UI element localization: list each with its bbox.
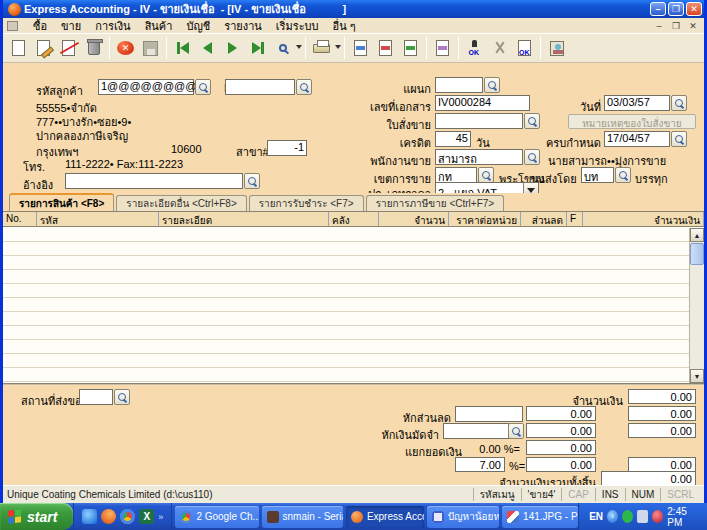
- department-lookup-button[interactable]: [484, 77, 500, 93]
- ship-by-lookup-button[interactable]: [615, 167, 631, 183]
- menu-setup[interactable]: เริ่มระบบ: [269, 18, 326, 34]
- pos-blue-button[interactable]: [348, 36, 373, 61]
- menu-finance[interactable]: การเงิน: [88, 18, 137, 34]
- mdi-system-icon[interactable]: [7, 21, 18, 31]
- excel-icon[interactable]: X: [139, 509, 154, 524]
- chat-icon[interactable]: [622, 510, 633, 523]
- vertical-scrollbar[interactable]: ▲ ▼: [689, 228, 704, 383]
- pos-red-button[interactable]: [373, 36, 398, 61]
- grid-body[interactable]: [3, 228, 689, 383]
- pin-icon[interactable]: [652, 510, 663, 523]
- menu-inventory[interactable]: สินค้า: [138, 18, 180, 34]
- table-row[interactable]: [3, 228, 689, 242]
- table-row[interactable]: [3, 242, 689, 256]
- find-dropdown-arrow-icon[interactable]: [296, 45, 302, 52]
- mdi-close-button[interactable]: ✕: [686, 20, 700, 32]
- deposit-lookup-button[interactable]: [508, 423, 524, 439]
- firefox-icon[interactable]: [101, 509, 116, 524]
- save-button[interactable]: [138, 36, 163, 61]
- menu-others[interactable]: อื่น ๆ: [326, 18, 363, 34]
- table-row[interactable]: [3, 284, 689, 298]
- table-row[interactable]: [3, 256, 689, 270]
- menu-sell[interactable]: ขาย: [54, 18, 88, 34]
- hide-icons-arrow-icon[interactable]: ‹: [607, 510, 618, 523]
- vat-rate-input[interactable]: 7.00: [455, 457, 505, 472]
- taskbar-button-snmain[interactable]: snmain - Seria...: [262, 506, 343, 528]
- language-indicator[interactable]: EN: [589, 511, 603, 522]
- user-card-button[interactable]: [544, 36, 569, 61]
- date-lookup-button[interactable]: [671, 95, 687, 111]
- taskbar-button-paint[interactable]: 141.JPG - Paint: [502, 506, 578, 528]
- due-date-lookup-button[interactable]: [671, 131, 687, 147]
- deposit-input[interactable]: [443, 423, 509, 439]
- display-icon[interactable]: [637, 510, 648, 523]
- bill-to-input[interactable]: [225, 79, 295, 95]
- delivery-location-input[interactable]: [79, 389, 113, 405]
- doc-no-input[interactable]: IV0000284: [435, 95, 530, 111]
- chrome-icon[interactable]: [120, 509, 135, 524]
- minimize-button[interactable]: –: [650, 2, 666, 16]
- mdi-minimize-button[interactable]: –: [652, 20, 666, 32]
- start-button[interactable]: start: [0, 503, 73, 530]
- taskbar-button-chrome-group[interactable]: 2 Google Ch... ▼: [175, 506, 258, 528]
- sales-zone-lookup-button[interactable]: [478, 167, 494, 183]
- table-row[interactable]: [3, 298, 689, 312]
- table-row[interactable]: [3, 326, 689, 340]
- first-record-button[interactable]: [170, 36, 195, 61]
- next-record-button[interactable]: [220, 36, 245, 61]
- approve-doc-button[interactable]: [512, 36, 537, 61]
- tab-sales-tax[interactable]: รายการภาษีขาย <Ctrl+F7>: [366, 195, 505, 211]
- sales-zone-input[interactable]: กท: [435, 167, 477, 183]
- reference-lookup-button[interactable]: [244, 173, 260, 189]
- runs-button[interactable]: [430, 36, 455, 61]
- pos-green-button[interactable]: [398, 36, 423, 61]
- menu-buy[interactable]: ซื้อ: [26, 18, 54, 34]
- pin-approve-button[interactable]: [462, 36, 487, 61]
- edit-button[interactable]: [31, 36, 56, 61]
- quick-launch-overflow-icon[interactable]: »: [158, 512, 163, 522]
- void-button[interactable]: [56, 36, 81, 61]
- table-row[interactable]: [3, 340, 689, 354]
- maximize-button[interactable]: ❐: [668, 2, 684, 16]
- tab-other-details[interactable]: รายละเอียดอื่น <Ctrl+F8>: [116, 195, 246, 211]
- previous-record-button[interactable]: [195, 36, 220, 61]
- sales-order-lookup-button[interactable]: [524, 113, 540, 129]
- new-button[interactable]: [6, 36, 31, 61]
- table-row[interactable]: [3, 354, 689, 368]
- menu-reports[interactable]: รายงาน: [217, 18, 269, 34]
- credit-input[interactable]: 45: [435, 131, 471, 147]
- customer-code-input[interactable]: 1@@@@@@@@: [98, 79, 194, 95]
- taskbar-button-document[interactable]: ปัญหาน้อยหน่อ...: [427, 506, 499, 528]
- delivery-lookup-button[interactable]: [114, 389, 130, 405]
- due-date-input[interactable]: 17/04/57: [604, 131, 670, 147]
- print-button[interactable]: [309, 36, 334, 61]
- branch-input[interactable]: -1: [267, 140, 307, 156]
- table-row[interactable]: [3, 312, 689, 326]
- table-row[interactable]: [3, 368, 689, 382]
- menu-accounting[interactable]: บัญชี: [179, 18, 217, 34]
- cancel-button[interactable]: ✕: [113, 36, 138, 61]
- table-row[interactable]: [3, 270, 689, 284]
- date-input[interactable]: 03/03/57: [604, 95, 670, 111]
- title-bar[interactable]: Express Accounting - IV - ขายเงินเชื่อ -…: [3, 0, 704, 18]
- salesperson-lookup-button[interactable]: [524, 149, 540, 165]
- scrollbar-thumb[interactable]: [690, 243, 704, 265]
- tab-payments[interactable]: รายการรับชำระ <F7>: [249, 195, 364, 211]
- delete-button[interactable]: [81, 36, 106, 61]
- department-input[interactable]: [435, 77, 483, 93]
- discount-input[interactable]: [455, 406, 523, 422]
- mdi-restore-button[interactable]: ❐: [669, 20, 683, 32]
- bill-to-lookup-button[interactable]: [296, 79, 312, 95]
- sales-order-input[interactable]: [435, 113, 523, 129]
- tab-items[interactable]: รายการสินค้า <F8>: [9, 193, 114, 211]
- print-dropdown-arrow-icon[interactable]: [335, 45, 341, 52]
- scroll-up-icon[interactable]: ▲: [690, 228, 704, 242]
- ship-by-input[interactable]: บท: [581, 167, 614, 183]
- find-button[interactable]: [270, 36, 295, 61]
- close-button[interactable]: ✕: [686, 2, 702, 16]
- cut-button[interactable]: [487, 36, 512, 61]
- reference-input[interactable]: [65, 173, 243, 189]
- salesperson-input[interactable]: สามารถ: [435, 149, 523, 165]
- ie-icon[interactable]: [82, 509, 97, 524]
- taskbar-button-express[interactable]: Express Acco...: [346, 506, 424, 528]
